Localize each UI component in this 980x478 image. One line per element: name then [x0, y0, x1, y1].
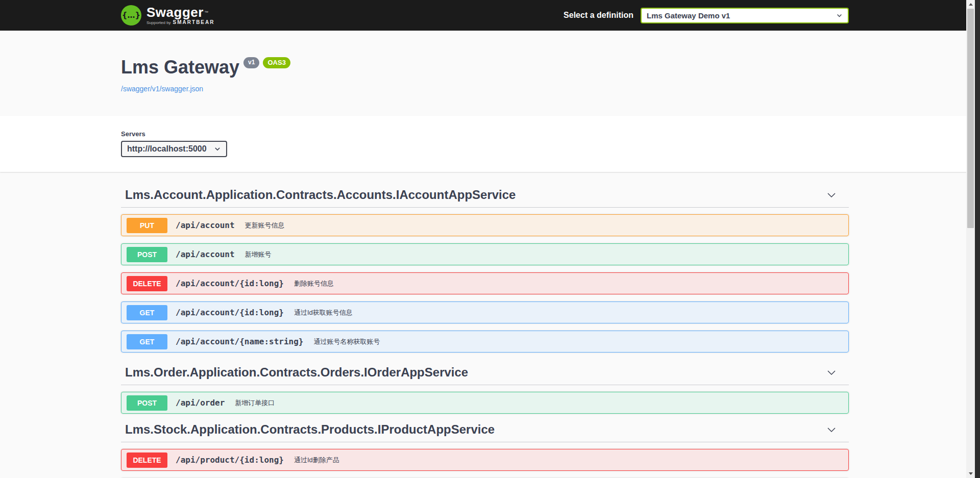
- info-section: Lms Gatewayv1OAS3 /swagger/v1/swagger.js…: [0, 31, 980, 116]
- operation-row[interactable]: GET /api/account/{name:string} 通过账号名称获取账…: [121, 331, 849, 353]
- api-title-text: Lms Gateway: [121, 57, 239, 78]
- supported-by: Supported by SMARTBEAR: [146, 20, 214, 25]
- chevron-down-icon[interactable]: [825, 189, 849, 201]
- operation-list: PUT /api/account 更新账号信息 POST /api/accoun…: [121, 214, 849, 353]
- servers-select-value: http://localhost:5000: [127, 144, 207, 154]
- sponsor-name: SMARTBEAR: [173, 20, 215, 25]
- scroll-up-button[interactable]: [966, 0, 975, 9]
- version-badge: v1: [243, 57, 259, 68]
- operation-path: /api/account/{name:string}: [176, 337, 303, 346]
- swagger-logo-icon: [121, 5, 141, 26]
- logo-wordmark: Swagger: [146, 5, 204, 20]
- scrollbar-thumb[interactable]: [967, 9, 974, 228]
- method-badge: PUT: [127, 218, 167, 233]
- method-badge: POST: [127, 247, 167, 262]
- operation-summary: 更新账号信息: [245, 221, 285, 230]
- method-badge: GET: [127, 305, 167, 320]
- api-section: Lms.Order.Application.Contracts.Orders.I…: [121, 365, 849, 414]
- scheme-container: Servers http://localhost:5000: [0, 116, 980, 172]
- definition-select-value: Lms Gateway Demo v1: [647, 11, 730, 20]
- braces-icon: [122, 11, 140, 20]
- operation-path: /api/account/{id:long}: [176, 308, 284, 317]
- operation-path: /api/account/{id:long}: [176, 279, 284, 288]
- arrow-down-icon: [969, 472, 973, 475]
- chevron-down-icon: [214, 145, 221, 153]
- method-badge: DELETE: [127, 452, 167, 468]
- section-title: Lms.Account.Application.Contracts.Accoun…: [121, 187, 516, 202]
- select-definition-label: Select a definition: [564, 11, 633, 20]
- scrollbar[interactable]: [966, 0, 975, 478]
- section-header[interactable]: Lms.Order.Application.Contracts.Orders.I…: [121, 365, 849, 385]
- page-title: Lms Gatewayv1OAS3: [121, 55, 849, 80]
- operation-summary: 新增账号: [245, 250, 272, 259]
- operation-summary: 通过Id删除产品: [294, 456, 339, 465]
- arrow-up-icon: [969, 3, 973, 6]
- chevron-down-icon: [836, 12, 843, 19]
- operation-path: /api/product/{id:long}: [176, 455, 284, 465]
- api-section: Lms.Stock.Application.Contracts.Products…: [121, 422, 849, 478]
- operation-path: /api/order: [176, 398, 225, 408]
- api-section: Lms.Account.Application.Contracts.Accoun…: [121, 187, 849, 353]
- topbar: Swagger™ Supported by SMARTBEAR Select a…: [0, 0, 980, 31]
- operation-path: /api/account: [176, 249, 235, 259]
- method-badge: DELETE: [127, 276, 167, 291]
- section-header[interactable]: Lms.Stock.Application.Contracts.Products…: [121, 422, 849, 442]
- operation-list: DELETE /api/product/{id:long} 通过Id删除产品 G…: [121, 449, 849, 478]
- spec-json-link[interactable]: /swagger/v1/swagger.json: [121, 85, 203, 93]
- method-badge: POST: [127, 395, 167, 411]
- operation-row[interactable]: DELETE /api/account/{id:long} 删除账号信息: [121, 272, 849, 294]
- swagger-logo[interactable]: Swagger™ Supported by SMARTBEAR: [121, 5, 214, 26]
- method-badge: GET: [127, 334, 167, 349]
- oas3-badge: OAS3: [263, 57, 290, 68]
- section-title: Lms.Stock.Application.Contracts.Products…: [121, 422, 495, 437]
- operation-path: /api/account: [176, 220, 235, 230]
- supported-by-prefix: Supported by: [146, 21, 171, 25]
- scroll-down-button[interactable]: [966, 469, 975, 478]
- api-sections: Lms.Account.Application.Contracts.Accoun…: [121, 172, 849, 478]
- operation-summary: 通过Id获取账号信息: [294, 308, 353, 317]
- operation-summary: 新增订单接口: [235, 398, 275, 408]
- section-header[interactable]: Lms.Account.Application.Contracts.Accoun…: [121, 187, 849, 208]
- operation-row[interactable]: DELETE /api/product/{id:long} 通过Id删除产品: [121, 449, 849, 471]
- servers-select[interactable]: http://localhost:5000: [121, 141, 227, 157]
- trademark-symbol: ™: [204, 10, 208, 15]
- definition-select[interactable]: Lms Gateway Demo v1: [641, 8, 849, 23]
- operation-row[interactable]: PUT /api/account 更新账号信息: [121, 214, 849, 236]
- window-edge: [975, 0, 980, 478]
- operation-summary: 删除账号信息: [294, 279, 334, 288]
- servers-label: Servers: [121, 130, 849, 138]
- section-title: Lms.Order.Application.Contracts.Orders.I…: [121, 365, 468, 380]
- chevron-down-icon[interactable]: [825, 423, 849, 436]
- operation-row[interactable]: POST /api/order 新增订单接口: [121, 392, 849, 414]
- operation-summary: 通过账号名称获取账号: [313, 337, 380, 346]
- operation-list: POST /api/order 新增订单接口: [121, 392, 849, 414]
- operation-row[interactable]: POST /api/account 新增账号: [121, 243, 849, 265]
- chevron-down-icon[interactable]: [825, 366, 849, 379]
- operation-row[interactable]: GET /api/account/{id:long} 通过Id获取账号信息: [121, 301, 849, 323]
